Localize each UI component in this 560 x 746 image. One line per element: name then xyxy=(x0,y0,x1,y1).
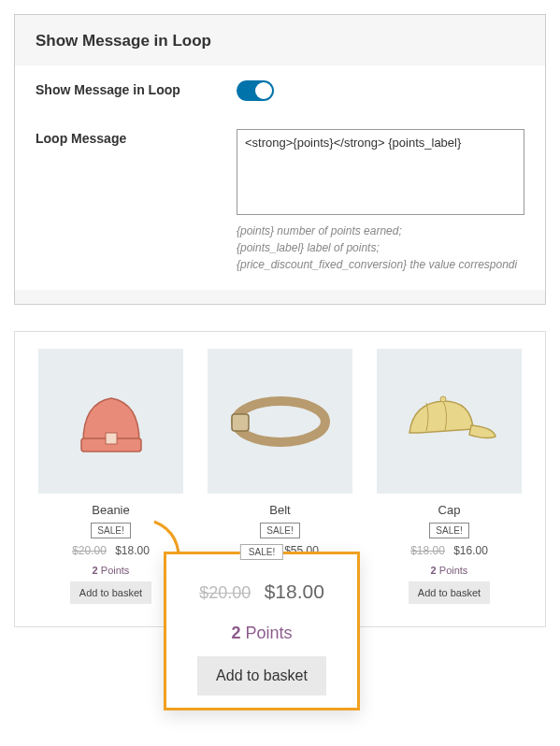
helper-text: {points} number of points earned; {point… xyxy=(237,222,524,273)
new-price: $18.00 xyxy=(115,544,150,557)
toggle-label: Show Message in Loop xyxy=(36,80,237,97)
product-name: Belt xyxy=(203,503,357,517)
toggle-row: Show Message in Loop xyxy=(15,65,545,114)
zoom-price-line: $20.00 $18.00 xyxy=(166,581,357,603)
points-label: Points xyxy=(101,565,130,576)
price-line: $18.00 $16.00 xyxy=(372,544,526,557)
add-to-basket-button[interactable]: Add to basket xyxy=(409,581,490,604)
product-image-cap[interactable] xyxy=(377,349,522,494)
zoom-points-label: Points xyxy=(246,624,293,642)
points-value: 2 xyxy=(431,565,437,576)
product-image-beanie[interactable] xyxy=(38,349,183,494)
sale-badge: SALE! xyxy=(91,523,130,538)
svg-rect-3 xyxy=(232,414,249,431)
zoom-callout: SALE! $20.00 $18.00 2 Points Add to bask… xyxy=(164,552,360,710)
product-name: Beanie xyxy=(34,503,188,517)
zoom-points-value: 2 xyxy=(231,624,240,642)
points-value: 2 xyxy=(93,565,98,576)
add-to-basket-button[interactable]: Add to basket xyxy=(70,581,151,604)
beanie-icon xyxy=(65,375,158,468)
message-row: Loop Message {points} number of points e… xyxy=(15,114,545,290)
new-price: $16.00 xyxy=(453,544,488,557)
old-price: $18.00 xyxy=(410,544,445,557)
helper-line-2: {points_label} label of points; xyxy=(237,239,524,256)
zoom-sale-badge: SALE! xyxy=(240,544,283,560)
points-line: 2 Points xyxy=(372,565,526,576)
product-name: Cap xyxy=(372,503,526,517)
panel-body: Show Message in Loop Loop Message {point… xyxy=(15,65,545,290)
sale-badge: SALE! xyxy=(429,523,468,538)
cap-icon xyxy=(398,375,501,468)
points-label: Points xyxy=(439,565,468,576)
helper-line-3: {price_discount_fixed_conversion} the va… xyxy=(237,256,524,273)
svg-point-4 xyxy=(440,396,446,402)
old-price: $20.00 xyxy=(72,544,107,557)
zoom-points-line: 2 Points xyxy=(166,624,357,643)
belt-icon xyxy=(224,375,337,468)
loop-message-textarea[interactable] xyxy=(237,129,524,215)
panel-title: Show Message in Loop xyxy=(15,15,545,65)
zoom-old-price: $20.00 xyxy=(199,583,251,602)
helper-line-1: {points} number of points earned; xyxy=(237,222,524,239)
message-label: Loop Message xyxy=(36,129,237,146)
product-card: Cap SALE! $18.00 $16.00 2 Points Add to … xyxy=(372,349,526,604)
zoom-new-price: $18.00 xyxy=(265,581,324,602)
settings-panel: Show Message in Loop Show Message in Loo… xyxy=(14,14,546,305)
product-image-belt[interactable] xyxy=(208,349,352,494)
toggle-knob xyxy=(255,82,272,99)
show-message-toggle[interactable] xyxy=(237,80,274,101)
zoom-add-to-basket-button[interactable]: Add to basket xyxy=(197,656,326,696)
sale-badge: SALE! xyxy=(260,523,299,538)
svg-rect-1 xyxy=(106,433,117,444)
